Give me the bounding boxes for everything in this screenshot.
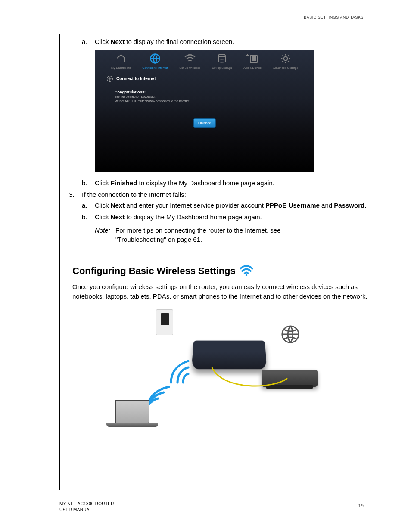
bold-text: Finished bbox=[111, 179, 137, 187]
section-heading: Configuring Basic Wireless Settings bbox=[72, 264, 368, 278]
list-text: Click Next to display the final connecti… bbox=[95, 37, 234, 46]
footer-line: USER MANUAL bbox=[59, 507, 114, 513]
ethernet-cable bbox=[210, 365, 296, 395]
gear-icon bbox=[280, 53, 291, 64]
text-fragment: . bbox=[364, 202, 366, 209]
nav-wireless[interactable]: Set up Wireless bbox=[179, 53, 200, 70]
wifi-icon bbox=[239, 265, 254, 277]
add-device-icon bbox=[246, 53, 259, 64]
footer-line: MY NET AC1300 ROUTER bbox=[59, 501, 114, 507]
nav-label: Set up Storage bbox=[212, 66, 232, 70]
router-ui-screenshot: My Dashboard Connect to Internet Set up … bbox=[95, 50, 314, 172]
list-marker: b. bbox=[82, 178, 95, 187]
list-subitem: b. Click Next to display the My Dashboar… bbox=[82, 212, 368, 221]
finished-button[interactable]: Finished bbox=[193, 118, 216, 128]
svg-point-2 bbox=[218, 54, 225, 57]
router-nav: My Dashboard Connect to Internet Set up … bbox=[95, 50, 314, 73]
nav-dashboard[interactable]: My Dashboard bbox=[111, 53, 131, 70]
text-fragment: and bbox=[320, 202, 334, 209]
globe-icon-small bbox=[107, 76, 113, 82]
list-text: Click Next to display the My Dashboard h… bbox=[95, 212, 262, 221]
list-text: Click Next and enter your Internet servi… bbox=[95, 201, 366, 210]
list-subitem: a. Click Next to display the final conne… bbox=[82, 37, 368, 46]
svg-point-5 bbox=[283, 57, 287, 61]
page-number: 19 bbox=[358, 503, 364, 508]
heading-text: Configuring Basic Wireless Settings bbox=[72, 264, 236, 278]
nav-label: My Dashboard bbox=[111, 66, 131, 70]
vertical-rule bbox=[59, 34, 60, 490]
text-fragment: Click bbox=[95, 38, 111, 45]
wifi-icon bbox=[184, 54, 196, 63]
page-header-section: BASIC SETTINGS AND TASKS bbox=[304, 15, 364, 19]
bold-text: Next bbox=[111, 38, 125, 45]
nav-label: Connect to Internet bbox=[142, 66, 168, 70]
note-block: Note: For more tips on connecting the ro… bbox=[95, 226, 368, 244]
nav-advanced[interactable]: Advanced Settings bbox=[273, 53, 298, 70]
section-title-bar: Connect to Internet bbox=[95, 73, 314, 84]
note-label: Note: bbox=[95, 226, 115, 244]
text-fragment: to display the My Dashboard home page ag… bbox=[125, 213, 262, 221]
home-icon bbox=[115, 53, 127, 64]
list-subitem: b. Click Finished to display the My Dash… bbox=[82, 178, 368, 187]
note-text: For more tips on connecting the router t… bbox=[115, 226, 296, 244]
list-text: Click Finished to display the My Dashboa… bbox=[95, 178, 274, 187]
svg-point-1 bbox=[190, 62, 190, 62]
bold-text: Password bbox=[334, 202, 364, 209]
bold-text: PPPoE Username bbox=[265, 202, 320, 209]
list-marker: b. bbox=[82, 212, 95, 221]
list-marker: a. bbox=[82, 201, 95, 210]
text-fragment: Click bbox=[95, 213, 111, 221]
nav-connect-internet[interactable]: Connect to Internet bbox=[142, 53, 168, 70]
list-text: If the connection to the Internet fails: bbox=[82, 190, 186, 199]
bold-text: Next bbox=[111, 202, 125, 209]
storage-icon bbox=[216, 53, 227, 64]
congrats-line: Internet connection successful. bbox=[115, 95, 295, 99]
text-fragment: to display the final connection screen. bbox=[125, 38, 234, 45]
list-marker: 3. bbox=[69, 190, 82, 199]
list-subitem: a. Click Next and enter your Internet se… bbox=[82, 201, 368, 210]
text-fragment: Click bbox=[95, 179, 111, 187]
nav-add-device[interactable]: Add a Device bbox=[243, 53, 262, 70]
congrats-line: My Net AC1300 Router is now connected to… bbox=[115, 99, 295, 103]
globe-icon bbox=[280, 324, 300, 344]
wifi-signal-router bbox=[162, 357, 197, 387]
text-fragment: to display the My Dashboard home page ag… bbox=[137, 179, 274, 187]
globe-icon bbox=[149, 53, 161, 65]
footer-product-name: MY NET AC1300 ROUTER USER MANUAL bbox=[59, 501, 114, 513]
congrats-title: Congratulations! bbox=[115, 90, 295, 95]
section-paragraph: Once you configure wireless settings on … bbox=[72, 282, 368, 301]
nav-label: Add a Device bbox=[243, 66, 262, 70]
text-fragment: and enter your Internet service provider… bbox=[125, 202, 265, 209]
svg-rect-4 bbox=[252, 56, 256, 61]
nav-label: Advanced Settings bbox=[273, 66, 298, 70]
nav-label: Set up Wireless bbox=[179, 66, 200, 70]
list-item: 3. If the connection to the Internet fai… bbox=[69, 190, 368, 199]
bold-text: Next bbox=[111, 213, 125, 221]
text-fragment: Click bbox=[95, 202, 111, 209]
svg-point-6 bbox=[246, 274, 247, 276]
nav-storage[interactable]: Set up Storage bbox=[212, 53, 232, 70]
list-marker: a. bbox=[82, 37, 95, 46]
network-diagram bbox=[106, 309, 330, 439]
laptop-device bbox=[106, 400, 158, 434]
wall-outlet bbox=[156, 309, 173, 335]
section-title-text: Connect to Internet bbox=[116, 76, 156, 82]
congrats-block: Congratulations! Internet connection suc… bbox=[95, 84, 314, 106]
